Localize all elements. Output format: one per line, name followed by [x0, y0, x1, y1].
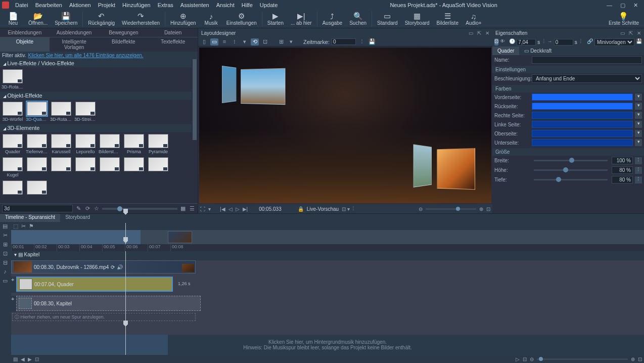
prop-close-icon[interactable]: ✕ — [637, 30, 641, 36]
tl-stop[interactable]: ⊡ — [523, 356, 527, 362]
effect-item-12[interactable] — [123, 157, 145, 177]
toolbar-einstellungen[interactable]: ⚙Einstellungen — [223, 11, 260, 27]
color-rückseite[interactable] — [532, 103, 633, 110]
slider-höhe[interactable] — [534, 169, 608, 171]
tl-tool-2[interactable]: ✂ — [1, 232, 9, 240]
track-expand-1[interactable]: + — [11, 277, 16, 293]
effect-pyramide[interactable]: Pyramide — [148, 134, 169, 154]
tab-texteffekte[interactable]: Texteffekte — [148, 37, 198, 52]
tl-zoom-out[interactable]: ⊖ — [530, 356, 534, 362]
prop-pin-icon[interactable]: ⇱ — [629, 30, 633, 36]
color-vorderseite[interactable] — [532, 94, 633, 101]
tab-quader[interactable]: Quader — [492, 47, 519, 55]
chapter-toggle[interactable]: ▾ ▤ — [14, 252, 24, 257]
tool-crop[interactable]: ⊡ — [261, 38, 269, 46]
tab-objekte[interactable]: Objekte — [0, 37, 50, 52]
toolbar-neu[interactable]: 📄Neu — [2, 11, 24, 27]
menu-assistenten[interactable]: Assistenten — [177, 1, 212, 9]
color-unterseite[interactable] — [532, 139, 633, 146]
color-picker-btn[interactable]: ▾ — [635, 121, 642, 128]
menu-ansicht[interactable]: Ansicht — [213, 1, 238, 9]
effect-quader[interactable]: Quader — [2, 134, 23, 154]
tool-rotate[interactable]: ⟲ — [251, 38, 259, 46]
quader-clip[interactable]: 00:07.04, Quader — [16, 277, 173, 292]
prop-tab-eye[interactable]: 👁 — [500, 38, 505, 46]
cube-object-2[interactable] — [409, 146, 475, 196]
toolbar-ausgabe[interactable]: ⤴Ausgabe — [319, 11, 345, 27]
toolbar-storyboard[interactable]: ▦Storyboard — [402, 11, 433, 27]
menu-update[interactable]: Update — [257, 1, 281, 9]
tl-pointer-icon[interactable]: ⬚ — [13, 223, 18, 230]
tool-pointer[interactable]: ▯ — [200, 38, 208, 46]
color-picker-btn[interactable]: ▾ — [635, 94, 642, 101]
menu-datei[interactable]: Datei — [12, 1, 31, 9]
effects-scrollbar[interactable] — [192, 59, 198, 203]
preview-opts[interactable]: ⦙ — [353, 206, 354, 212]
tool-grid-opts[interactable]: ▾ — [287, 38, 295, 46]
tab-dateien[interactable]: Dateien — [148, 28, 198, 37]
minivorlagen-select[interactable]: Minivorlagen — [594, 38, 634, 46]
wand-icon[interactable]: ✎ — [75, 205, 82, 212]
step-end-icon[interactable]: ▶| — [243, 206, 248, 212]
fullscreen-icon[interactable]: ⛶ — [200, 206, 205, 212]
duration-stepper[interactable]: ⦙ — [541, 38, 545, 46]
menu-extras[interactable]: Extras — [155, 1, 176, 9]
effect-3d-quader[interactable]: 3D-Quader — [26, 102, 48, 122]
tool-align[interactable]: ⫶ — [231, 38, 239, 46]
search-input[interactable] — [2, 205, 73, 212]
toolbar-r-ckg-ngig[interactable]: ↶Rückgängig — [85, 11, 118, 27]
tab-bildeffekte[interactable]: Bildeffekte — [99, 37, 149, 52]
color-picker-btn[interactable]: ▾ — [635, 103, 642, 110]
effect-3d-rotati-[interactable]: 3D-Rotati... — [51, 102, 72, 122]
tool-select[interactable]: ▭ — [210, 38, 218, 46]
tab-intelligente-vorlagen[interactable]: Intelligente Vorlagen — [50, 37, 99, 52]
menu-aktionen[interactable]: Aktionen — [66, 1, 94, 9]
color-linke seite[interactable] — [532, 121, 633, 128]
effect-bilderstapel[interactable]: Bilderstapel — [99, 134, 120, 154]
menu-bearbeiten[interactable]: Bearbeiten — [32, 1, 65, 9]
menu-hinzufügen[interactable]: Hinzufügen — [119, 1, 154, 9]
timemark-stepper[interactable]: ⦙ — [358, 38, 366, 46]
play-icon[interactable]: ▷ — [236, 206, 240, 212]
toolbar-wiederherstellen[interactable]: ↷Wiederherstellen — [119, 11, 163, 27]
minivorlagen-save[interactable]: 💾 — [636, 38, 642, 46]
music-track[interactable]: Klicken Sie hier, um Hintergrundmusik hi… — [11, 335, 644, 355]
zoom-in-icon[interactable]: ⊕ — [479, 206, 483, 212]
step-start-icon[interactable]: |◀ — [220, 206, 225, 212]
empty-track-hint[interactable]: ⓘ Hierher ziehen, um neue Spur anzulegen… — [12, 313, 196, 321]
slider-breite[interactable] — [534, 160, 608, 161]
effect-item-8[interactable] — [26, 157, 48, 177]
tl-cut-icon[interactable]: ✂ — [21, 223, 26, 230]
effect-3d-rotati-[interactable]: 3D-Rotati... — [2, 69, 23, 89]
tab-bewegungen[interactable]: Bewegungen — [99, 28, 149, 37]
effect-tiefenver-[interactable]: Tiefenver... — [26, 134, 48, 154]
zoom-slider[interactable] — [426, 208, 476, 210]
zoom-fit-icon[interactable]: ⊡ — [486, 206, 490, 212]
grid-icon[interactable]: ▦ — [179, 205, 187, 212]
tool-grid[interactable]: ⊞ — [277, 38, 285, 46]
tl-zoom-slider[interactable] — [537, 358, 628, 360]
offset-stepper[interactable]: ⦙ — [579, 38, 583, 46]
effect-leporello[interactable]: Leporello — [75, 134, 96, 154]
group-object-effects[interactable]: Objekt-Effekte — [0, 92, 192, 100]
tab-einblendungen[interactable]: Einblendungen — [0, 28, 50, 37]
minimize-button[interactable]: — — [607, 2, 612, 9]
list-icon[interactable]: ☰ — [189, 205, 196, 212]
step-back-icon[interactable]: ◁ — [228, 206, 233, 212]
group-3d-elements[interactable]: 3D-Elemente — [0, 124, 192, 132]
toolbar-audio-[interactable]: ♫Audio+ — [463, 11, 485, 27]
tab-ausblendungen[interactable]: Ausblendungen — [50, 28, 99, 37]
toolbar-speichern[interactable]: 💾Speichern — [52, 11, 80, 27]
effect-3d-w-rfel[interactable]: 3D-Würfel — [2, 102, 23, 122]
filter-clear-link[interactable]: Klicken Sie hier, um alle 1476 Einträge … — [28, 53, 144, 58]
color-oberseite[interactable] — [532, 130, 633, 137]
toolbar--ab-hier[interactable]: ▶|... ab hier — [288, 11, 315, 27]
toolbar-standard[interactable]: ▭Standard — [374, 11, 401, 27]
panel-pin-icon[interactable]: ⇱ — [477, 30, 481, 36]
star-icon[interactable]: ☆ — [93, 205, 100, 212]
dim-stepper[interactable]: ⦙ — [635, 176, 642, 184]
tl-zoom-in[interactable]: ⊕ — [631, 356, 635, 362]
effect-3d-streifen[interactable]: 3D-Streifen — [75, 102, 96, 122]
color-picker-btn[interactable]: ▾ — [635, 139, 642, 146]
timemark-input[interactable] — [332, 38, 356, 45]
